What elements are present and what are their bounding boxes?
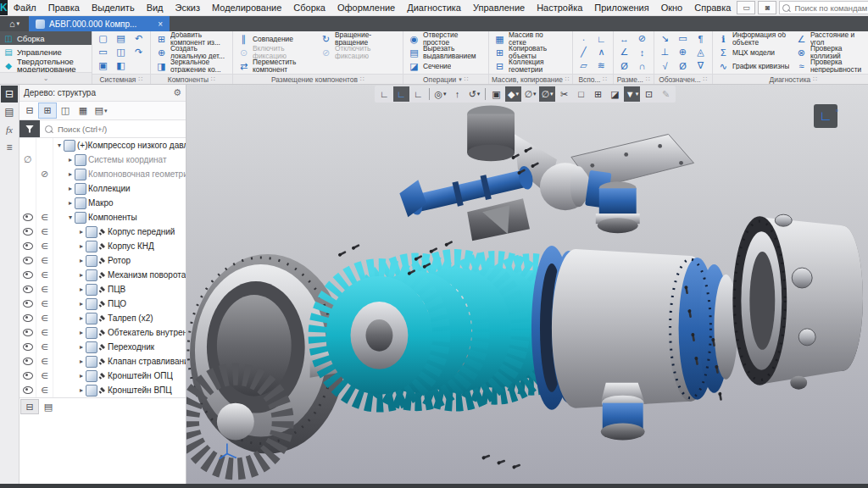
radial-dimension-icon[interactable]: Ø — [616, 59, 632, 72]
include-icon[interactable]: ∈ — [41, 270, 48, 280]
height-dimension-icon[interactable]: ↕ — [634, 46, 650, 58]
arc-dimension-icon[interactable]: ∩ — [634, 59, 650, 72]
tree-row[interactable]: ∈▸Кронштейн ОПЦ — [19, 369, 186, 383]
continuity-check-button[interactable]: ≈Проверка непрерывности — [793, 59, 868, 73]
model-top-assembly[interactable] — [399, 106, 611, 241]
ribbon-collapse-icon[interactable]: ⌄ — [0, 72, 92, 84]
filter-icon[interactable]: ▼▾ — [624, 86, 640, 102]
visibility-eye-icon[interactable] — [23, 358, 33, 365]
object-info-button[interactable]: ℹИнформация об объекте — [715, 32, 793, 46]
print-preview-icon[interactable]: ◫ — [113, 46, 129, 58]
tree-display-options-icon[interactable]: ▤▾ — [92, 103, 109, 118]
redo-icon[interactable]: ↷ — [131, 46, 147, 58]
tree-row[interactable]: ▸Макро — [19, 196, 186, 210]
save-as-icon[interactable]: ◧ — [113, 59, 129, 72]
zoom-icon[interactable]: ◎▾ — [432, 86, 448, 102]
tree-row[interactable]: ⊘▸Компоновочная геометрия — [19, 167, 186, 181]
tree-row[interactable]: ∅▸Системы координат — [19, 152, 186, 167]
menu-item-9[interactable]: Управление — [467, 0, 531, 15]
excluded-icon[interactable]: ⊘ — [41, 169, 48, 180]
rotation-rotation-button[interactable]: ↻Вращение-вращение — [318, 32, 400, 46]
branch-icon[interactable]: ∇ — [693, 59, 709, 72]
datum-icon[interactable]: ⊥ — [657, 46, 673, 58]
linear-dimension-icon[interactable]: ↔ — [616, 32, 632, 45]
tree-row[interactable]: ∈▸ПЦО — [19, 297, 186, 311]
menu-item-4[interactable]: Эскиз — [170, 0, 206, 15]
tree-row[interactable]: ∈▾Компоненты — [19, 210, 186, 225]
tree-row[interactable]: ∈▸Обтекатель внутренний — [19, 325, 186, 340]
app-logo[interactable]: K — [0, 0, 8, 15]
section-button[interactable]: ◪Сечение — [406, 59, 486, 73]
mass-properties-button[interactable]: ΣМЦХ модели — [715, 46, 793, 59]
display-mode-icon[interactable]: ▣ — [488, 86, 504, 102]
grid-array-button[interactable]: ▦Массив по сетке — [492, 32, 561, 46]
menu-item-7[interactable]: Оформление — [331, 0, 401, 15]
model-bleed-valve-top[interactable] — [596, 181, 640, 233]
visibility-eye-icon[interactable] — [23, 314, 33, 322]
model-rear-casing[interactable] — [732, 214, 863, 389]
tree-panel-icon[interactable]: ⊟ — [1, 86, 18, 103]
visibility-eye-icon[interactable] — [23, 372, 33, 380]
variables-panel-icon[interactable]: fx — [1, 121, 18, 138]
menu-item-2[interactable]: Выделить — [86, 0, 141, 15]
command-search[interactable] — [779, 1, 868, 14]
windows-cascade-icon[interactable]: ⊞ — [590, 86, 606, 102]
csys-display-icon[interactable]: ∟ — [376, 86, 392, 102]
expand-arrow-icon[interactable]: ▾ — [66, 214, 75, 221]
cut-extrude-button[interactable]: ▤Вырезать выдавливанием — [406, 46, 486, 59]
curvature-graph-button[interactable]: ∿График кривизны — [715, 59, 793, 73]
menu-item-5[interactable]: Моделирование — [206, 0, 287, 15]
point-icon[interactable]: ∙ — [576, 32, 592, 45]
expand-arrow-icon[interactable]: ▸ — [77, 358, 86, 365]
tree-row[interactable]: ∈▸Клапан стравливания (x2) — [19, 354, 186, 369]
parameters-panel-icon[interactable]: ▤ — [1, 103, 18, 120]
orientation-view-icon[interactable]: ∟ — [410, 86, 426, 102]
marker-icon[interactable]: ◬ — [693, 46, 709, 58]
expand-arrow-icon[interactable]: ▸ — [77, 329, 86, 336]
section-display-icon[interactable]: ⊡ — [641, 86, 657, 102]
menu-item-0[interactable]: Файл — [8, 0, 42, 15]
menu-item-13[interactable]: Справка — [688, 0, 737, 15]
roughness-icon[interactable]: √ — [657, 59, 673, 72]
model-bleed-valve-bottom[interactable] — [601, 383, 645, 441]
tree-row[interactable]: ∈▸Корпус КНД — [19, 239, 186, 253]
gear-icon[interactable]: ⚙ — [173, 87, 181, 98]
expand-arrow-icon[interactable]: ▸ — [77, 228, 86, 236]
local-csys-icon[interactable]: ∟ — [593, 32, 609, 45]
expand-arrow-icon[interactable]: ▸ — [77, 386, 86, 394]
expand-arrow-icon[interactable]: ▸ — [77, 271, 86, 279]
tree-structure-view-icon[interactable]: ⊟ — [21, 103, 38, 118]
screenshot-icon[interactable]: ◙ — [758, 1, 776, 14]
note-icon[interactable]: ¶ — [693, 32, 709, 45]
tree-row[interactable]: ∈▸Механизм поворота (x2) — [19, 268, 186, 282]
thread-icon[interactable]: Ø — [675, 59, 691, 72]
tree-row[interactable]: ∈▸ПЦВ — [19, 282, 186, 297]
collision-check-button[interactable]: ⊗Проверка коллизий — [793, 46, 868, 59]
tree-row[interactable]: ▸Коллекции — [19, 181, 186, 196]
orientation-icon[interactable]: ∟ — [393, 86, 409, 102]
include-icon[interactable]: ∈ — [41, 213, 48, 222]
menu-item-10[interactable]: Настройка — [531, 0, 588, 15]
expand-arrow-icon[interactable]: ▸ — [77, 286, 86, 293]
model-canvas[interactable] — [186, 85, 868, 484]
visibility-eye-icon[interactable] — [23, 257, 33, 264]
tree-tab-parameters-icon[interactable]: ▤ — [40, 400, 57, 413]
include-icon[interactable]: ∈ — [41, 313, 48, 323]
tree-row[interactable]: ∈▸Талреп (x2) — [19, 311, 186, 325]
tree-row[interactable]: ∈▸Ротор — [19, 253, 186, 268]
geometry-collection-button[interactable]: ⊟Коллекция геометрии — [492, 59, 561, 73]
clip-geometry-icon[interactable]: ✂ — [556, 86, 572, 102]
undo-icon[interactable]: ↶ — [131, 32, 147, 45]
rotate-view-icon[interactable]: ↺▾ — [466, 86, 482, 102]
document-tab[interactable]: АБВГ.000.000 Компр... × — [29, 16, 170, 31]
plane-icon[interactable]: ▱ — [576, 59, 592, 72]
include-icon[interactable]: ∈ — [41, 285, 48, 294]
visibility-eye-icon[interactable] — [23, 343, 33, 351]
save-icon[interactable]: ▣ — [95, 59, 111, 72]
print-icon[interactable]: ▤ — [113, 32, 129, 45]
visibility-eye-icon[interactable] — [23, 329, 33, 336]
visibility-eye-icon[interactable] — [23, 271, 33, 279]
distance-angle-button[interactable]: ∠Расстояние и угол — [793, 32, 868, 46]
include-icon[interactable]: ∈ — [41, 357, 48, 366]
expand-arrow-icon[interactable]: ▸ — [66, 156, 75, 164]
